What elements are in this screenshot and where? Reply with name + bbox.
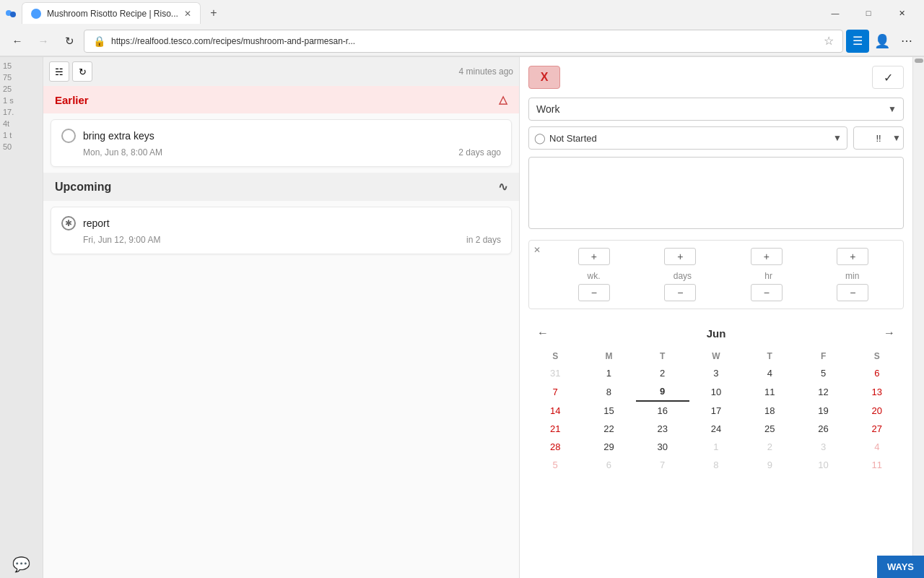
dow-tue: T — [636, 348, 689, 364]
hr-decrement-button[interactable]: − — [751, 284, 783, 301]
calendar-day[interactable]: 11 — [850, 456, 904, 474]
task-item[interactable]: bring extra keys Mon, Jun 8, 8:00 AM 2 d… — [51, 119, 512, 167]
earlier-label: Earlier — [55, 94, 89, 106]
calendar-day[interactable]: 25 — [743, 420, 796, 438]
tab-favicon — [31, 9, 41, 19]
calendar-day[interactable]: 8 — [582, 382, 635, 401]
lock-icon: 🔒 — [93, 35, 105, 47]
chat-icon[interactable]: 💬 — [12, 556, 30, 573]
discard-button[interactable]: X — [528, 66, 560, 89]
panel-header: ☵ ↻ 4 minutes ago — [43, 57, 519, 86]
dow-sat: S — [850, 348, 904, 364]
calendar-day[interactable]: 1 — [582, 364, 635, 382]
calendar-day[interactable]: 26 — [796, 420, 850, 438]
calendar-day[interactable]: 16 — [636, 401, 689, 420]
url-bar[interactable]: 🔒 https://realfood.tesco.com/recipes/mus… — [84, 30, 843, 53]
calendar-day[interactable]: 6 — [850, 364, 904, 382]
calendar-day[interactable]: 9 — [743, 456, 796, 474]
calendar-day[interactable]: 8 — [689, 456, 743, 474]
browser-tab[interactable]: Mushroom Risotto Recipe | Riso... ✕ — [22, 2, 201, 24]
calendar-day[interactable]: 27 — [850, 420, 904, 438]
calendar-day[interactable]: 4 — [743, 364, 796, 382]
calendar-day[interactable]: 7 — [636, 456, 689, 474]
calendar-day[interactable]: 3 — [796, 438, 850, 456]
calendar-day[interactable]: 7 — [528, 382, 582, 401]
duration-close-button[interactable]: ✕ — [533, 245, 541, 255]
calendar-day[interactable]: 24 — [689, 420, 743, 438]
upcoming-toggle-icon[interactable]: ∿ — [498, 180, 507, 194]
calendar-day[interactable]: 22 — [582, 420, 635, 438]
close-button[interactable]: ✕ — [885, 1, 918, 25]
dow-fri: F — [796, 348, 850, 364]
calendar-day[interactable]: 29 — [582, 438, 635, 456]
task-status-circle[interactable]: ✱ — [61, 216, 76, 230]
calendar-day[interactable]: 10 — [796, 456, 850, 474]
window-controls: — □ ✕ — [819, 1, 918, 25]
task-item[interactable]: ✱ report Fri, Jun 12, 9:00 AM in 2 days — [51, 207, 512, 254]
ways-button[interactable]: WAYS — [877, 556, 924, 578]
calendar-day[interactable]: 1 — [689, 438, 743, 456]
wk-increment-button[interactable]: + — [578, 248, 610, 265]
calendar-day[interactable]: 2 — [636, 364, 689, 382]
calendar-day[interactable]: 14 — [528, 401, 582, 420]
dow-sun: S — [528, 348, 582, 364]
calendar-day[interactable]: 11 — [743, 382, 796, 401]
new-tab-button[interactable]: + — [204, 3, 224, 23]
days-decrement-button[interactable]: − — [664, 284, 696, 301]
calendar-next-button[interactable]: → — [878, 324, 901, 342]
calendar-day[interactable]: 31 — [528, 364, 582, 382]
profile-button[interactable]: 👤 — [871, 30, 894, 53]
calendar-prev-button[interactable]: ← — [531, 324, 554, 342]
task-status-circle[interactable] — [61, 129, 76, 143]
panel-refresh-button[interactable]: ↻ — [72, 61, 92, 82]
minimize-button[interactable]: — — [819, 1, 852, 25]
calendar-day[interactable]: 18 — [743, 401, 796, 420]
calendar-day[interactable]: 12 — [796, 382, 850, 401]
hr-label: hr — [764, 271, 772, 281]
calendar-day[interactable]: 9 — [636, 382, 689, 401]
priority-dropdown-wrapper: ! !! !!! ▼ — [853, 126, 904, 150]
favorite-icon[interactable]: ☆ — [824, 34, 834, 48]
calendar-day[interactable]: 5 — [796, 364, 850, 382]
line-number-3: 25 — [0, 83, 43, 95]
upcoming-label: Upcoming — [55, 181, 111, 194]
min-increment-button[interactable]: + — [837, 248, 868, 265]
wk-decrement-button[interactable]: − — [578, 284, 610, 301]
calendar-day[interactable]: 21 — [528, 420, 582, 438]
calendar-day[interactable]: 13 — [850, 382, 904, 401]
confirm-button[interactable]: ✓ — [872, 66, 904, 89]
calendar-day[interactable]: 28 — [528, 438, 582, 456]
calendar-day[interactable]: 6 — [582, 456, 635, 474]
reload-button[interactable]: ↻ — [58, 30, 81, 53]
calendar-day[interactable]: 20 — [850, 401, 904, 420]
calendar-day[interactable]: 19 — [796, 401, 850, 420]
status-dropdown[interactable]: Not Started In Progress Completed Waitin… — [528, 126, 847, 150]
calendar-month-label: Jun — [707, 327, 726, 340]
maximize-button[interactable]: □ — [852, 1, 885, 25]
line-number-1: 15 — [0, 60, 43, 72]
calendar-day[interactable]: 10 — [689, 382, 743, 401]
calendar-day[interactable]: 2 — [743, 438, 796, 456]
hr-increment-button[interactable]: + — [751, 248, 783, 265]
category-dropdown[interactable]: Work Personal Home Shopping — [528, 98, 904, 121]
extensions-button[interactable]: ☰ — [846, 30, 869, 53]
back-button[interactable]: ← — [6, 30, 29, 53]
upcoming-section-header[interactable]: Upcoming ∿ — [43, 173, 519, 201]
forward-button[interactable]: → — [32, 30, 55, 53]
calendar-day[interactable]: 5 — [528, 456, 582, 474]
calendar-day[interactable]: 17 — [689, 401, 743, 420]
priority-dropdown[interactable]: ! !! !!! — [853, 126, 904, 150]
status-priority-row: ◯ Not Started In Progress Completed Wait… — [528, 126, 904, 150]
task-title: bring extra keys — [83, 130, 154, 142]
calendar-day[interactable]: 23 — [636, 420, 689, 438]
tab-close-button[interactable]: ✕ — [184, 9, 191, 19]
min-decrement-button[interactable]: − — [837, 284, 868, 301]
calendar-day[interactable]: 4 — [850, 438, 904, 456]
calendar-day[interactable]: 3 — [689, 364, 743, 382]
calendar-day[interactable]: 30 — [636, 438, 689, 456]
settings-button[interactable]: ⋯ — [895, 30, 918, 53]
calendar-day[interactable]: 15 — [582, 401, 635, 420]
days-increment-button[interactable]: + — [664, 248, 696, 265]
notes-textarea[interactable] — [528, 157, 904, 229]
panel-view-button[interactable]: ☵ — [49, 61, 69, 82]
